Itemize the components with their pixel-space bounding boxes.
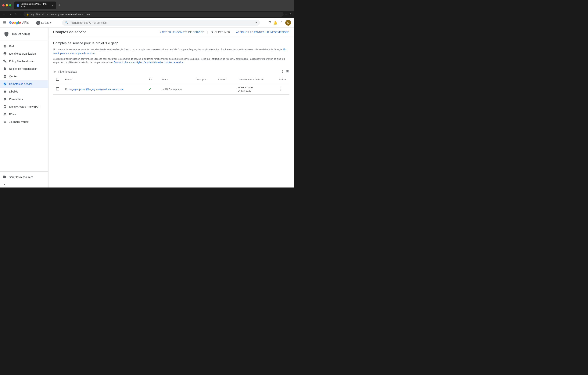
filter-label: Filtrer le tableau [58,70,77,73]
header-icons: ? 🔔 ⋮ G [269,20,291,26]
description-text: Un compte de service représente une iden… [53,48,283,51]
sidebar-item-labels-label: Libellés [9,90,18,93]
actions-cell: ⋮ [276,84,289,95]
page-title: Comptes de service [53,30,87,34]
forward-button[interactable]: → [8,12,12,16]
select-all-checkbox[interactable] [56,78,59,81]
delete-button[interactable]: SUPPRIMER [211,31,230,34]
description-cell [193,84,215,95]
sidebar-item-org-rules[interactable]: Règles de l'organisation [0,65,48,73]
wrench-icon [3,59,7,63]
sidebar-item-org-rules-label: Règles de l'organisation [9,67,37,70]
folder-icon [3,175,6,179]
project-selector[interactable]: ⬡ Le gag ▾ [35,20,53,26]
sidebar-item-policy-label: Policy Troubleshooter [9,60,35,63]
key-date1-value: 29 sept. 2020 [238,86,273,89]
home-button[interactable]: ⌂ [19,12,22,16]
sidebar-item-identity-label: Identité et organisation [9,52,36,55]
service-accounts-icon [3,82,7,86]
sidebar-item-quotas[interactable]: Quotas [0,73,48,80]
delete-label: SUPPRIMER [215,31,230,33]
col-header-key-id: ID de clé [215,76,235,84]
col-header-state: État [146,76,158,84]
active-tab[interactable]: G Comptes de service – IAM et ac ✕ [14,1,56,9]
more-options-icon[interactable]: ⋮ [280,21,283,25]
sidebar-item-policy-troubleshooter[interactable]: Policy Troubleshooter [0,57,48,65]
person-circle-icon [3,52,7,55]
sidebar-item-iam-label: IAM [9,44,14,48]
row-checkbox[interactable] [56,88,59,90]
url-bar[interactable]: 🔒 https://console.developers.google.com/… [23,12,284,17]
sidebar-item-collapse[interactable] [0,181,48,188]
sidebar-item-iam[interactable]: IAM [0,42,48,50]
sidebar-item-manage-resources[interactable]: Gérer les ressources [0,173,48,181]
google-apis-logo: Google APIs [9,21,29,25]
iap-icon [3,105,7,109]
file-icon [3,67,7,71]
maximize-button[interactable] [9,4,11,6]
sidebar-item-iap-label: Identity-Aware Proxy (IAP) [9,105,40,108]
help-table-icon[interactable]: ? [282,70,284,73]
email-cell: ✉ le-gag-importer@le-gag.iam.gserviceacc… [62,84,146,95]
person-icon [3,44,7,48]
key-id-cell [215,84,235,95]
description2: Les règles d'administration peuvent être… [53,57,289,64]
sidebar-item-quotas-label: Quotas [9,75,18,78]
page-body: Comptes de service pour le projet "Le ga… [49,37,294,99]
sidebar-item-iap[interactable]: Identity-Aware Proxy (IAP) [0,103,48,110]
status-active-icon: ✔ [148,87,151,91]
sidebar-bottom: Gérer les ressources [0,171,48,188]
sidebar-item-audit-label: Journaux d'audit [9,120,28,123]
section-title: Comptes de service pour le projet "Le ga… [53,41,289,45]
bookmark-icon[interactable]: ☆ [289,13,292,16]
sidebar-item-service-accounts-label: Comptes de service [9,82,32,86]
sidebar-item-identity[interactable]: Identité et organisation [0,50,48,57]
audit-icon [3,120,7,124]
email-value[interactable]: le-gag-importer@le-gag.iam.gserviceaccou… [69,88,124,91]
roles-icon [3,112,7,116]
main-content: Comptes de service + CRÉER UN COMPTE DE … [49,28,294,188]
filter-button[interactable]: Filtrer le tableau [53,70,77,73]
description2-link[interactable]: En savoir plus sur les règles d'administ… [114,61,183,64]
sidebar-item-roles[interactable]: Rôles [0,110,48,118]
new-tab-button[interactable]: + [57,3,62,8]
search-input[interactable] [70,21,254,24]
more-actions-icon[interactable]: ⋮ [279,87,283,91]
extensions-icon[interactable]: ⋯ [285,13,288,16]
close-button[interactable] [2,4,5,6]
columns-icon[interactable] [286,69,289,74]
table-row: ✉ le-gag-importer@le-gag.iam.gserviceacc… [53,84,289,95]
service-accounts-table: E-mail État Nom ↑ [53,76,289,95]
sidebar-item-service-accounts[interactable]: Comptes de service [0,80,48,88]
help-icon[interactable]: ? [269,21,271,25]
sidebar-item-settings[interactable]: Paramètres [0,95,48,103]
col-header-description: Description [193,76,215,84]
create-service-account-button[interactable]: + CRÉER UN COMPTE DE SERVICE [160,31,204,33]
sidebar-item-roles-label: Rôles [9,113,16,116]
minimize-button[interactable] [6,4,8,6]
apis-text: APIs [21,21,29,24]
sidebar-item-manage-resources-label: Gérer les ressources [9,176,33,179]
project-icon: ⬡ [36,21,40,25]
col-header-email: E-mail [62,76,146,84]
avatar[interactable]: G [285,20,291,26]
sidebar-title: IAM et admin [12,33,30,36]
search-bar[interactable]: 🔍 ▾ [62,20,260,26]
name-value: Le GAG - Importer [162,88,182,91]
sidebar-item-labels[interactable]: Libellés [0,88,48,95]
chart-icon [3,75,7,78]
tab-title: Comptes de service – IAM et ac [21,3,49,8]
info-panel-button[interactable]: AFFICHER LE PANNEAU D'INFORMATIONS [236,31,289,33]
back-button[interactable]: ← [2,12,6,16]
menu-icon[interactable]: ☰ [3,21,6,25]
description: Un compte de service représente une iden… [53,48,289,55]
tag-icon [3,90,7,93]
url-text: https://console.developers.google.com/ia… [31,13,92,16]
search-dropdown-icon[interactable]: ▾ [256,21,257,24]
sidebar-item-audit[interactable]: Journaux d'audit [0,118,48,126]
tab-close-icon[interactable]: ✕ [52,4,54,7]
shield-icon [3,31,10,38]
notifications-icon[interactable]: 🔔 [273,21,277,25]
refresh-button[interactable]: ↻ [14,12,17,16]
tab-favicon: G [17,4,19,7]
